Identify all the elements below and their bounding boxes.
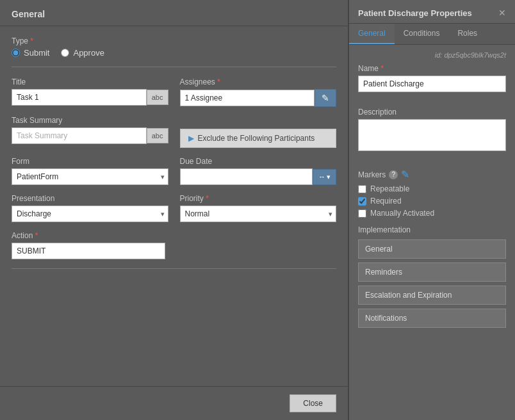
title-field-group: Title abc (12, 77, 168, 107)
markers-title: Markers ? ✎ (358, 168, 506, 181)
r-name-field-group: Name * (358, 64, 506, 99)
due-date-row: ↔ ▾ (180, 168, 337, 185)
type-label: Type * (12, 36, 336, 45)
left-panel: General Type * Submit Approve (0, 0, 348, 420)
exclude-arrow-icon: ▶ (188, 134, 194, 143)
implementation-section: Implementation General Reminders Escalat… (358, 225, 506, 328)
radio-submit-label: Submit (24, 48, 49, 58)
action-label: Action * (12, 231, 165, 240)
divider-top (12, 67, 336, 67)
close-button[interactable]: Close (290, 394, 336, 412)
id-value: dpz5qbc9blk7wqs2t (444, 51, 506, 59)
tab-roles[interactable]: Roles (448, 24, 486, 44)
presentation-label: Presentation (12, 194, 168, 203)
radio-submit-input[interactable] (12, 49, 20, 57)
id-label: id: dpz5qbc9blk7wqs2t (435, 51, 506, 59)
exclude-participants-btn[interactable]: ▶ Exclude the Following Participants (180, 129, 337, 148)
impl-item-notifications[interactable]: Notifications (358, 309, 506, 328)
radio-approve-input[interactable] (61, 49, 69, 57)
priority-select-wrapper: Normal High Low (180, 206, 337, 222)
right-panel: Patient Discharge Properties ✕ General C… (348, 0, 515, 420)
type-row: Submit Approve (12, 48, 336, 58)
type-field-group: Type * Submit Approve (12, 36, 336, 58)
radio-approve-label: Approve (73, 48, 104, 58)
required-checkbox[interactable] (358, 197, 366, 206)
required-checkbox-row[interactable]: Required (358, 197, 506, 206)
required-label: Required (370, 197, 402, 206)
r-description-field-group: Description (358, 108, 506, 159)
r-name-input[interactable] (358, 76, 506, 92)
right-panel-body: id: dpz5qbc9blk7wqs2t Name * Description… (349, 45, 515, 420)
action-field-group: Action * (12, 231, 165, 259)
type-required: * (30, 36, 33, 45)
right-panel-title: Patient Discharge Properties (358, 8, 472, 18)
markers-edit-icon[interactable]: ✎ (401, 168, 409, 181)
title-badge-btn[interactable]: abc (147, 90, 168, 105)
action-input[interactable] (12, 243, 165, 259)
impl-item-escalation[interactable]: Escalation and Expiration (358, 286, 506, 305)
two-col-top: Title abc Assignees * ✎ (12, 77, 336, 116)
presentation-field-group: Presentation Discharge (12, 194, 168, 222)
due-date-dropdown-icon: ▾ (327, 173, 331, 181)
left-panel-title: General (12, 9, 45, 19)
priority-select[interactable]: Normal High Low (180, 206, 337, 222)
title-input-wrapper: abc (12, 89, 168, 106)
id-row: id: dpz5qbc9blk7wqs2t (358, 51, 506, 59)
form-select-wrapper: PatientForm (12, 168, 168, 185)
repeatable-checkbox[interactable] (358, 185, 366, 193)
r-name-label: Name * (358, 64, 506, 73)
main-container: General Type * Submit Approve (0, 0, 515, 420)
exclude-field-group: x ▶ Exclude the Following Participants (180, 116, 337, 148)
tab-general[interactable]: General (349, 24, 395, 44)
assignee-row: ✎ (180, 89, 337, 107)
manually-activated-label: Manually Activated (370, 209, 434, 218)
manually-activated-checkbox[interactable] (358, 209, 366, 218)
form-select[interactable]: PatientForm (12, 168, 168, 185)
markers-section: Markers ? ✎ Repeatable Required Manually… (358, 168, 506, 218)
assignees-required: * (217, 77, 220, 86)
due-date-input[interactable] (180, 168, 313, 185)
task-summary-label: Task Summary (12, 116, 168, 125)
task-summary-input[interactable] (12, 127, 147, 144)
left-panel-body: Type * Submit Approve Title (0, 26, 348, 386)
presentation-select[interactable]: Discharge (12, 206, 168, 222)
assignees-field-group: Assignees * ✎ (180, 77, 337, 107)
r-description-label: Description (358, 108, 506, 117)
impl-item-general[interactable]: General (358, 239, 506, 259)
due-date-btn[interactable]: ↔ ▾ (313, 169, 336, 185)
divider-bottom (12, 268, 336, 269)
two-col-pres: Presentation Discharge Priority * Norma (12, 194, 336, 231)
r-description-textarea[interactable] (358, 119, 506, 151)
right-panel-close-btn[interactable]: ✕ (498, 8, 506, 18)
manually-activated-checkbox-row[interactable]: Manually Activated (358, 209, 506, 218)
right-tabs: General Conditions Roles (349, 24, 515, 45)
markers-help-icon[interactable]: ? (389, 170, 398, 179)
priority-label: Priority * (180, 194, 337, 203)
assignee-input[interactable] (180, 90, 315, 106)
r-name-required: * (380, 64, 384, 73)
due-date-field-group: Due Date ↔ ▾ (180, 157, 337, 185)
repeatable-checkbox-row[interactable]: Repeatable (358, 184, 506, 193)
left-panel-footer: Close (0, 386, 348, 420)
form-field-group: Form PatientForm (12, 157, 168, 185)
priority-required: * (206, 194, 209, 203)
radio-submit[interactable]: Submit (12, 48, 49, 58)
assignee-edit-btn[interactable]: ✎ (315, 89, 336, 107)
implementation-title: Implementation (358, 225, 506, 234)
right-panel-header: Patient Discharge Properties ✕ (349, 0, 515, 24)
action-required: * (35, 231, 38, 240)
task-summary-field-group: Task Summary abc (12, 116, 168, 148)
form-label: Form (12, 157, 168, 166)
priority-field-group: Priority * Normal High Low (180, 194, 337, 222)
radio-approve[interactable]: Approve (61, 48, 104, 58)
due-date-label: Due Date (180, 157, 337, 166)
impl-item-reminders[interactable]: Reminders (358, 262, 506, 282)
tab-conditions[interactable]: Conditions (395, 24, 449, 44)
task-summary-badge-btn[interactable]: abc (147, 128, 168, 143)
task-summary-input-wrapper: abc (12, 127, 168, 144)
presentation-select-wrapper: Discharge (12, 206, 168, 222)
two-col-form: Form PatientForm Due Date ↔ ▾ (12, 157, 336, 194)
title-label: Title (12, 77, 168, 86)
left-panel-header: General (0, 0, 348, 26)
title-input[interactable] (12, 89, 147, 106)
